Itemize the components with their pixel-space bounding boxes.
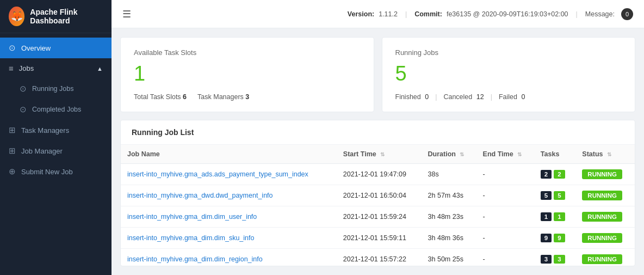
tasks-cell: 9 9: [534, 228, 576, 249]
task-slots-card: Available Task Slots 1 Total Task Slots …: [120, 37, 374, 112]
jobs-icon: ≡: [9, 64, 14, 73]
sidebar-item-job-manager[interactable]: ⊞ Job Manager: [0, 140, 112, 161]
col-tasks[interactable]: Tasks: [534, 145, 576, 164]
table-row: insert-into_myhive.gma_dim.dim_region_in…: [121, 249, 635, 267]
start-time-cell: 2021-12-01 15:59:11: [337, 228, 422, 249]
commit-label: Commit:: [414, 10, 442, 18]
job-name-link[interactable]: insert-into_myhive.gma_dim.dim_user_info: [127, 213, 257, 221]
content-area: Available Task Slots 1 Total Task Slots …: [112, 28, 644, 275]
status-cell: RUNNING: [575, 228, 635, 249]
task-managers-label: Task Managers: [197, 93, 244, 101]
job-name-link[interactable]: insert-into_myhive.gma_dwd.dwd_payment_i…: [127, 192, 273, 199]
running-jobs-card-title: Running Jobs: [395, 48, 622, 57]
header-left: ☰: [122, 8, 131, 20]
finished-stat: Finished 0: [395, 93, 429, 101]
sidebar-item-overview[interactable]: ⊙ Overview: [0, 38, 112, 58]
logo-text: Apache Flink Dashboard: [30, 8, 103, 25]
task-slots-card-title: Available Task Slots: [134, 48, 361, 57]
tasks-cell: 2 2: [534, 164, 576, 185]
stat-divider-1: |: [435, 93, 437, 101]
duration-cell: 2h 57m 43s: [422, 185, 476, 206]
job-list-card: Running Job List Job Name Start Time ⇅ D…: [120, 120, 635, 266]
sidebar-item-task-managers[interactable]: ⊞ Task Managers: [0, 120, 112, 140]
task-badge-green: 5: [554, 191, 565, 200]
job-name-link[interactable]: insert-into_myhive.gma_ads.ads_payment_t…: [127, 170, 308, 178]
canceled-value: 12: [476, 93, 484, 101]
job-list-title: Running Job List: [121, 120, 635, 145]
start-time-cell: 2021-12-01 15:59:24: [337, 206, 422, 228]
sidebar-item-jobs[interactable]: ≡ Jobs ▲: [0, 58, 112, 78]
logo-emoji: 🦊: [11, 10, 23, 22]
job-name-link[interactable]: insert-into_myhive.gma_dim.dim_region_in…: [127, 255, 263, 263]
total-task-slots-label: Total Task Slots: [134, 93, 181, 101]
sidebar-item-task-managers-label: Task Managers: [21, 126, 69, 135]
failed-value: 0: [521, 93, 525, 101]
col-start-time[interactable]: Start Time ⇅: [337, 145, 422, 164]
running-jobs-icon: ⊙: [20, 84, 27, 94]
status-badge: RUNNING: [582, 191, 622, 200]
finished-value: 0: [425, 93, 429, 101]
task-managers-icon: ⊞: [9, 125, 16, 135]
chevron-up-icon: ▲: [97, 65, 103, 72]
sidebar-item-completed-jobs-label: Completed Jobs: [32, 106, 81, 113]
task-badge-green: 9: [554, 234, 565, 242]
job-name-cell: insert-into_myhive.gma_ads.ads_payment_t…: [121, 164, 337, 185]
tasks-cell: 5 5: [534, 185, 576, 206]
job-list-thead: Job Name Start Time ⇅ Duration ⇅ End Tim…: [121, 145, 635, 164]
task-badge-dark: 9: [541, 234, 552, 242]
col-job-name[interactable]: Job Name: [121, 145, 337, 164]
running-jobs-card: Running Jobs 5 Finished 0 | Canceled 12 …: [382, 37, 636, 112]
duration-cell: 38s: [422, 164, 476, 185]
message-label: Message:: [585, 10, 615, 18]
task-badge-dark: 1: [541, 212, 552, 221]
task-badge-green: 1: [554, 212, 565, 221]
sort-duration-icon: ⇅: [460, 151, 464, 157]
task-slots-number: 1: [134, 62, 361, 85]
hamburger-icon[interactable]: ☰: [122, 8, 131, 20]
sidebar: 🦊 Apache Flink Dashboard ⊙ Overview ≡ Jo…: [0, 0, 112, 275]
failed-stat: Failed 0: [499, 93, 525, 101]
status-cell: RUNNING: [575, 249, 635, 267]
sort-start-time-icon: ⇅: [380, 151, 385, 157]
version-value: 1.11.2: [379, 10, 398, 18]
job-name-cell: insert-into_myhive.gma_dim.dim_region_in…: [121, 249, 337, 267]
sort-status-icon: ⇅: [607, 151, 611, 157]
col-end-time[interactable]: End Time ⇅: [476, 145, 534, 164]
message-badge[interactable]: 0: [621, 8, 633, 20]
status-badge: RUNNING: [582, 212, 622, 222]
running-jobs-number: 5: [395, 62, 622, 85]
tasks-cell: 1 1: [534, 206, 576, 228]
header-divider-2: |: [576, 10, 578, 18]
overview-icon: ⊙: [9, 43, 16, 53]
start-time-cell: 2021-12-01 15:57:22: [337, 249, 422, 267]
finished-label: Finished: [395, 93, 421, 101]
col-duration[interactable]: Duration ⇅: [422, 145, 476, 164]
col-status[interactable]: Status ⇅: [575, 145, 635, 164]
sidebar-item-completed-jobs[interactable]: ⊙ Completed Jobs: [0, 99, 112, 120]
task-managers-value: 3: [245, 93, 249, 101]
total-task-slots-value: 6: [183, 93, 187, 101]
main-content: ☰ Version: 1.11.2 | Commit: fe36135 @ 20…: [112, 0, 644, 275]
table-row: insert-into_myhive.gma_ads.ads_payment_t…: [121, 164, 635, 185]
job-name-cell: insert-into_myhive.gma_dim.dim_sku_info: [121, 228, 337, 249]
job-list-tbody: insert-into_myhive.gma_ads.ads_payment_t…: [121, 164, 635, 267]
sidebar-item-submit-new-job[interactable]: ⊕ Submit New Job: [0, 161, 112, 182]
task-badge-dark: 2: [541, 170, 552, 179]
task-badge-dark: 5: [541, 191, 552, 200]
sidebar-item-running-jobs[interactable]: ⊙ Running Jobs: [0, 78, 112, 99]
status-badge: RUNNING: [582, 254, 622, 264]
sidebar-nav: ⊙ Overview ≡ Jobs ▲ ⊙ Running Jobs ⊙ Com…: [0, 33, 112, 275]
job-manager-icon: ⊞: [9, 146, 16, 156]
job-name-link[interactable]: insert-into_myhive.gma_dim.dim_sku_info: [127, 234, 254, 242]
header: ☰ Version: 1.11.2 | Commit: fe36135 @ 20…: [112, 0, 644, 28]
start-time-cell: 2021-12-01 16:50:04: [337, 185, 422, 206]
duration-cell: 3h 48m 36s: [422, 228, 476, 249]
table-row: insert-into_myhive.gma_dwd.dwd_payment_i…: [121, 185, 635, 206]
sort-end-time-icon: ⇅: [517, 151, 522, 157]
status-badge: RUNNING: [582, 233, 622, 243]
status-cell: RUNNING: [575, 185, 635, 206]
sidebar-item-running-jobs-label: Running Jobs: [32, 85, 73, 93]
task-managers: Task Managers 3: [197, 93, 249, 101]
task-badge-green: 2: [554, 170, 565, 179]
logo-icon: 🦊: [9, 7, 24, 26]
